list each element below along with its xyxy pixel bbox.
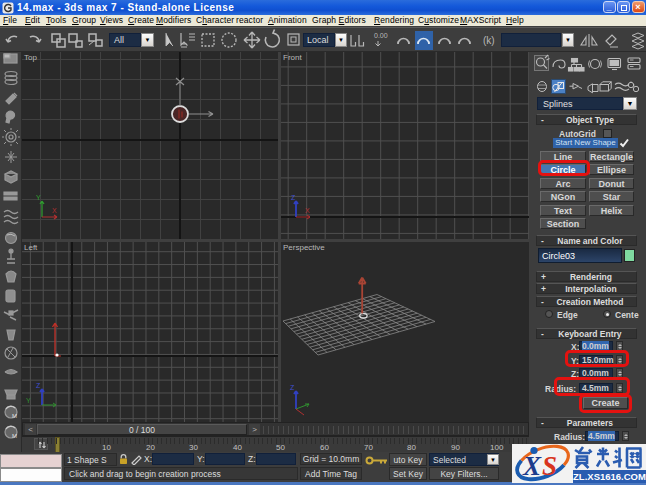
svg-text:S: S <box>542 451 557 481</box>
svg-text:Z: Z <box>291 194 296 201</box>
svg-text:X: X <box>522 451 542 481</box>
svg-text:0.00: 0.00 <box>374 32 388 39</box>
svg-text:Z: Z <box>290 384 295 391</box>
svg-text:(k): (k) <box>483 35 495 46</box>
svg-text:X: X <box>52 207 57 214</box>
svg-text:Y: Y <box>26 397 31 404</box>
svg-text:Z: Z <box>36 382 41 389</box>
svg-text:X: X <box>305 207 310 214</box>
svg-text:M: M <box>12 433 17 439</box>
svg-text:Y: Y <box>36 194 41 201</box>
svg-text:M: M <box>12 413 17 419</box>
